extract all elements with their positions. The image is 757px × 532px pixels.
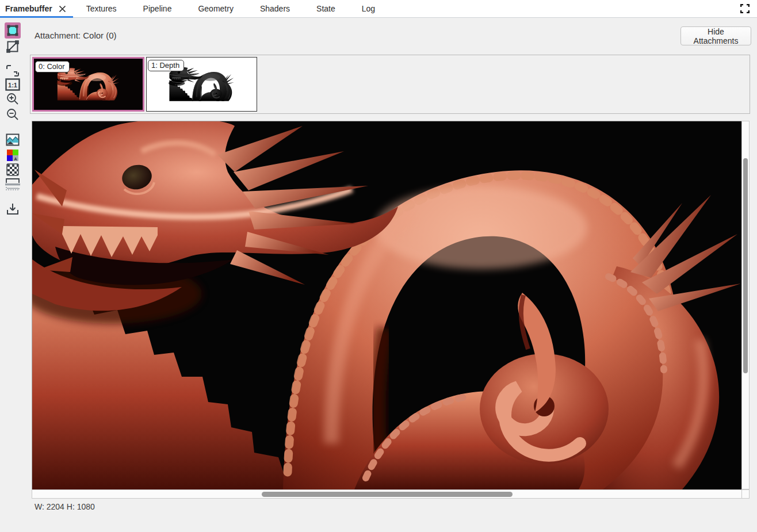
tab-log[interactable]: Log (349, 0, 388, 17)
zoom-out-icon (6, 108, 20, 121)
actual-size-button[interactable]: 1:1 (5, 76, 21, 93)
scrollbar-corner (741, 489, 750, 499)
status-dimensions: W: 2204 H: 1080 (35, 502, 95, 511)
value-range-icon (5, 178, 20, 190)
rgba-channels-button[interactable]: A (5, 147, 21, 163)
rgba-channels-icon: A (6, 148, 20, 162)
tab-pipeline[interactable]: Pipeline (130, 0, 185, 17)
tab-bar: Framebuffer Textures Pipeline Geometry S… (0, 0, 757, 18)
save-image-button[interactable] (5, 201, 21, 217)
tab-shaders[interactable]: Shaders (247, 0, 303, 17)
checkerboard-icon (6, 163, 20, 177)
attachment-header-label: Attachment: Color (0) (35, 30, 117, 40)
expand-corners-icon (740, 4, 750, 13)
tab-textures[interactable]: Textures (73, 0, 130, 17)
attachment-thumb-color[interactable]: 0: Color (32, 57, 144, 112)
color-attachment-icon (6, 24, 20, 37)
tab-label: Log (362, 4, 375, 13)
tab-label: Geometry (198, 4, 233, 13)
horizontal-scrollbar-thumb[interactable] (262, 492, 513, 497)
zoom-out-button[interactable] (5, 106, 21, 123)
attachment-badge: 0: Color (35, 61, 70, 72)
image-icon (6, 133, 20, 146)
tab-framebuffer[interactable]: Framebuffer (0, 0, 73, 17)
actual-size-icon: 1:1 (5, 78, 20, 91)
tab-label: State (316, 4, 335, 13)
attachment-badge: 1: Depth (148, 60, 184, 71)
alpha-checkerboard-button[interactable] (5, 162, 21, 178)
depth-attachment-icon (6, 40, 20, 53)
tab-label: Textures (86, 4, 117, 13)
tab-label: Shaders (260, 4, 290, 13)
svg-text:A: A (14, 157, 17, 161)
tab-label: Pipeline (143, 4, 172, 13)
color-attachment-toggle-button[interactable] (5, 22, 21, 39)
download-icon (6, 202, 20, 216)
tab-label: Framebuffer (5, 4, 52, 13)
tab-state[interactable]: State (303, 0, 349, 17)
zoom-in-icon (6, 92, 20, 106)
fit-to-window-icon (6, 64, 20, 77)
depth-attachment-toggle-button[interactable] (5, 39, 21, 55)
hide-attachments-button[interactable]: Hide Attachments (680, 26, 751, 45)
value-range-button[interactable] (5, 176, 21, 192)
close-icon (59, 5, 66, 13)
attachment-thumb-depth[interactable]: 1: Depth (146, 57, 257, 112)
vertical-scrollbar-thumb[interactable] (743, 158, 748, 373)
tab-geometry[interactable]: Geometry (185, 0, 246, 17)
svg-text:1:1: 1:1 (8, 82, 17, 89)
attachments-strip: 0: Color 1: Depth (30, 55, 750, 114)
image-view-button[interactable] (5, 132, 21, 148)
close-tab-icon[interactable] (59, 5, 66, 13)
zoom-in-button[interactable] (5, 91, 21, 107)
framebuffer-viewport[interactable] (32, 121, 742, 490)
horizontal-scrollbar[interactable] (32, 489, 742, 499)
fullscreen-icon[interactable] (733, 0, 757, 17)
dragon-render-image (32, 121, 741, 489)
vertical-scrollbar[interactable] (741, 121, 750, 489)
